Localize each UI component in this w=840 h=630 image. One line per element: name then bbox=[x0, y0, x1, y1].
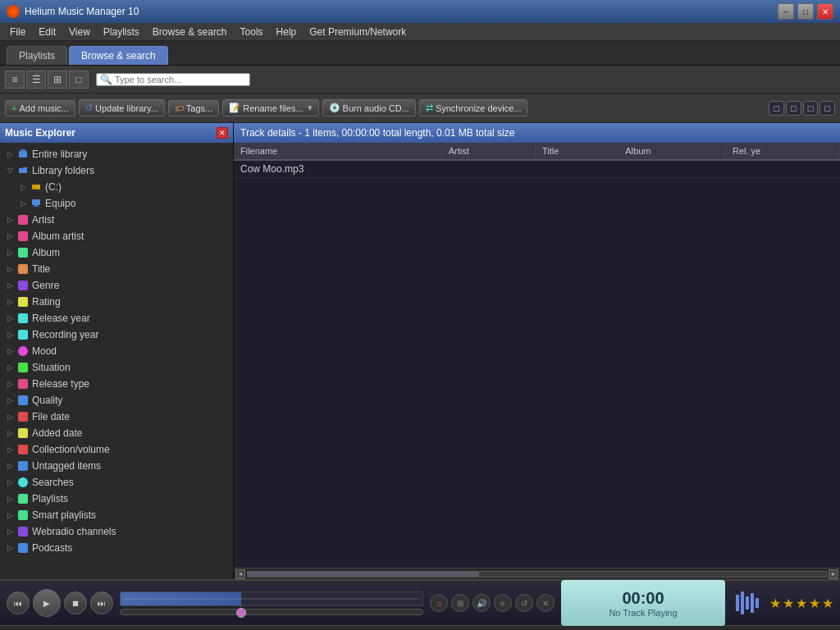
tree-item-added-date[interactable]: ▷ Added date bbox=[0, 425, 233, 441]
tree-item-playlists[interactable]: ▷ Playlists bbox=[0, 491, 233, 507]
menu-browse[interactable]: Browse & search bbox=[146, 23, 234, 40]
app-title: Helium Music Manager 10 bbox=[25, 6, 139, 17]
menu-premium[interactable]: Get Premium/Network bbox=[303, 23, 413, 40]
tree-item-file-date[interactable]: ▷ File date bbox=[0, 409, 233, 425]
horizontal-scrollbar[interactable]: ◂ ▸ bbox=[234, 568, 840, 579]
col-filename[interactable]: Filename bbox=[234, 143, 441, 160]
view-icon-2[interactable]: □ bbox=[786, 101, 801, 116]
star-5[interactable]: ★ bbox=[822, 596, 833, 611]
view-btn-2[interactable]: ☰ bbox=[26, 71, 46, 89]
tree-label-untagged: Untagged items bbox=[32, 460, 101, 472]
tree-item-title[interactable]: ▷ Title bbox=[0, 261, 233, 277]
tree-item-untagged[interactable]: ▷ Untagged items bbox=[0, 458, 233, 474]
star-4[interactable]: ★ bbox=[809, 596, 820, 611]
rename-files-button[interactable]: 📝 Rename files... ▾ bbox=[222, 99, 318, 116]
play-button[interactable]: ▶ bbox=[33, 589, 61, 617]
next-button[interactable]: ⏭ bbox=[90, 591, 113, 614]
mood-icon bbox=[16, 345, 30, 358]
view-btn-4[interactable]: □ bbox=[69, 71, 89, 89]
maximize-button[interactable]: □ bbox=[797, 3, 814, 20]
tree-item-entire-library[interactable]: ▷ Entire library bbox=[0, 146, 233, 162]
menu-edit[interactable]: Edit bbox=[32, 23, 62, 40]
waveform-bar[interactable] bbox=[120, 591, 423, 606]
expand-icon-file-date: ▷ bbox=[3, 410, 16, 423]
col-title[interactable]: Title bbox=[535, 143, 618, 160]
view-btn-1[interactable]: ≡ bbox=[5, 71, 25, 89]
tree-label-situation: Situation bbox=[32, 362, 71, 373]
progress-thumb[interactable] bbox=[236, 608, 246, 618]
prev-button[interactable]: ⏮ bbox=[7, 591, 30, 614]
add-music-button[interactable]: + Add music... bbox=[5, 100, 75, 116]
spectrum-icon bbox=[735, 591, 760, 614]
tree-item-webradio[interactable]: ▷ Webradio channels bbox=[0, 523, 233, 540]
progress-area bbox=[120, 591, 423, 615]
close-button[interactable]: ✕ bbox=[817, 3, 833, 20]
scroll-track[interactable] bbox=[247, 571, 827, 578]
tree-item-quality[interactable]: ▷ Quality bbox=[0, 392, 233, 409]
tree-item-collection[interactable]: ▷ Collection/volume bbox=[0, 441, 233, 458]
lastfm-button[interactable]: ♫ bbox=[430, 594, 448, 612]
repeat-button[interactable]: ↺ bbox=[515, 594, 533, 612]
tree-item-mood[interactable]: ▷ Mood bbox=[0, 343, 233, 359]
tree-item-searches[interactable]: ▷ Searches bbox=[0, 474, 233, 491]
shuffle-button[interactable]: ✕ bbox=[536, 594, 555, 612]
rename-icon: 📝 bbox=[229, 103, 240, 113]
vol-button[interactable]: 🔊 bbox=[472, 594, 491, 612]
view-icon-1[interactable]: □ bbox=[769, 101, 784, 116]
tree-item-equipo[interactable]: ▷ Equipo bbox=[0, 195, 233, 212]
expand-icon-quality: ▷ bbox=[3, 394, 16, 407]
tree-item-album[interactable]: ▷ Album bbox=[0, 244, 233, 261]
col-rel-year[interactable]: Rel. ye bbox=[725, 143, 839, 160]
tree-item-situation[interactable]: ▷ Situation bbox=[0, 359, 233, 376]
tree-item-smart-playlists[interactable]: ▷ Smart playlists bbox=[0, 507, 233, 523]
eq-button[interactable]: ⊞ bbox=[451, 594, 469, 612]
tree-item-recording-year[interactable]: ▷ Recording year bbox=[0, 326, 233, 343]
view-btn-3[interactable]: ⊞ bbox=[48, 71, 67, 89]
tree-item-genre[interactable]: ▷ Genre bbox=[0, 277, 233, 294]
table-row[interactable]: Cow Moo.mp3 bbox=[234, 160, 840, 178]
tree-item-artist[interactable]: ▷ Artist bbox=[0, 212, 233, 228]
minimize-button[interactable]: − bbox=[778, 3, 794, 20]
star-1[interactable]: ★ bbox=[769, 596, 781, 611]
menu-file[interactable]: File bbox=[3, 23, 32, 40]
stop-button[interactable]: ⏹ bbox=[64, 591, 87, 614]
update-library-button[interactable]: ↺ Update library... bbox=[79, 99, 165, 116]
menu-playlists[interactable]: Playlists bbox=[97, 23, 146, 40]
tree-item-release-type[interactable]: ▷ Release type bbox=[0, 376, 233, 392]
panel-close-button[interactable]: ✕ bbox=[217, 127, 228, 139]
tree-item-rating[interactable]: ▷ Rating bbox=[0, 294, 233, 310]
col-album[interactable]: Album bbox=[619, 143, 726, 160]
scroll-right-button[interactable]: ▸ bbox=[829, 569, 838, 579]
synchronize-button[interactable]: ⇄ Synchronize device... bbox=[419, 99, 528, 116]
burn-audio-button[interactable]: 💿 Burn audio CD... bbox=[322, 99, 416, 116]
tree-item-release-year[interactable]: ▷ Release year bbox=[0, 310, 233, 326]
star-3[interactable]: ★ bbox=[796, 596, 807, 611]
svg-rect-0 bbox=[19, 151, 27, 158]
menu-tools[interactable]: Tools bbox=[234, 23, 270, 40]
tab-playlists[interactable]: Playlists bbox=[7, 46, 67, 65]
expand-icon-artist: ▷ bbox=[3, 213, 16, 226]
view-icon-3[interactable]: □ bbox=[803, 101, 819, 116]
panel-title: Music Explorer bbox=[5, 127, 75, 139]
search-input[interactable] bbox=[115, 75, 246, 84]
tab-browse[interactable]: Browse & search bbox=[69, 46, 168, 65]
col-artist[interactable]: Artist bbox=[441, 143, 535, 160]
tree-item-album-artist[interactable]: ▷ Album artist bbox=[0, 228, 233, 244]
tree-item-c-drive[interactable]: ▷ (C:) bbox=[0, 179, 233, 195]
search-box[interactable]: 🔍 bbox=[96, 73, 250, 86]
tags-button[interactable]: 🏷 Tags... bbox=[168, 100, 219, 116]
scroll-left-button[interactable]: ◂ bbox=[235, 569, 245, 579]
track-table[interactable]: Filename Artist Title Album Rel. ye Cow … bbox=[234, 143, 840, 568]
tree-item-library-folders[interactable]: ▽ Library folders bbox=[0, 162, 233, 179]
bars-button[interactable]: ≡ bbox=[494, 594, 512, 612]
star-rating[interactable]: ★ ★ ★ ★ ★ bbox=[769, 596, 833, 611]
progress-bar[interactable] bbox=[120, 609, 423, 615]
star-2[interactable]: ★ bbox=[783, 596, 794, 611]
title-icon bbox=[16, 262, 30, 276]
tree-item-podcasts[interactable]: ▷ Podcasts bbox=[0, 540, 233, 556]
recording-year-icon bbox=[16, 328, 30, 341]
view-icon-4[interactable]: □ bbox=[819, 101, 835, 116]
search-icon: 🔍 bbox=[100, 74, 112, 85]
menu-help[interactable]: Help bbox=[270, 23, 304, 40]
menu-view[interactable]: View bbox=[62, 23, 97, 40]
